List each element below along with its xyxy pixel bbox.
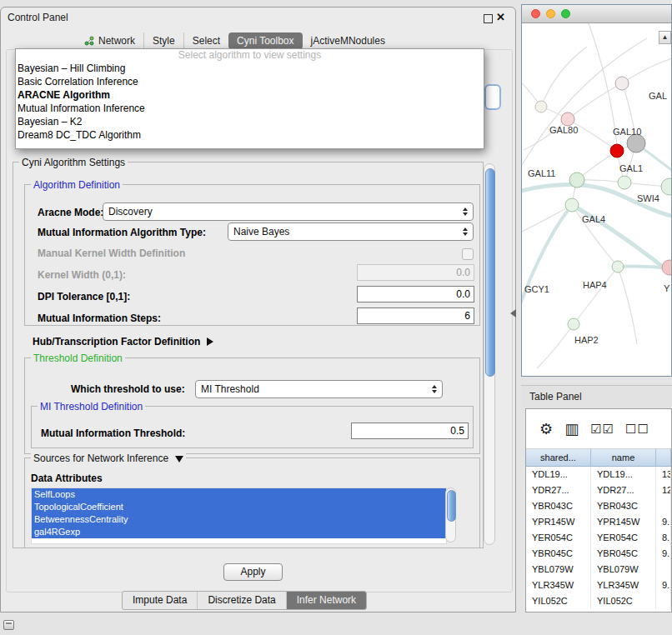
cell[interactable]: YIL052C bbox=[591, 593, 656, 609]
tab-impute-data[interactable]: Impute Data bbox=[123, 592, 197, 609]
dpi-tolerance-input[interactable] bbox=[357, 286, 474, 302]
network-canvas[interactable]: GAL GAL80 GAL10 GAL11 GAL1 SWI4 GAL4 GCY… bbox=[522, 23, 671, 377]
cell[interactable]: YDR27... bbox=[591, 482, 656, 498]
network-node[interactable] bbox=[615, 77, 629, 90]
attribute-item-selected[interactable]: BetweennessCentrality bbox=[32, 513, 446, 526]
attribute-item-selected[interactable]: SelfLoops bbox=[32, 488, 446, 501]
float-window-icon[interactable] bbox=[484, 14, 493, 23]
column-header-shared-name[interactable]: shared... bbox=[526, 449, 591, 466]
cell[interactable]: 12 bbox=[656, 482, 671, 498]
dropdown-item[interactable]: Bayesian – Hill Climbing bbox=[16, 62, 484, 75]
table-panel-window: ⚙ ▥ ☑☑ ☐☐ shared... name YDL19...YDL19..… bbox=[525, 408, 672, 612]
table-row[interactable]: YPR145WYPR145W9. bbox=[526, 514, 671, 530]
deselect-all-icon[interactable]: ☐☐ bbox=[625, 422, 649, 437]
cell[interactable]: 8. bbox=[656, 530, 671, 546]
cell[interactable]: YER054C bbox=[591, 530, 656, 546]
settings-scrollbar-thumb[interactable] bbox=[485, 168, 495, 377]
attributes-list-scrollbar[interactable] bbox=[445, 488, 456, 542]
panel-splitter-handle[interactable] bbox=[510, 309, 516, 318]
attributes-scrollbar-thumb[interactable] bbox=[447, 490, 456, 522]
apply-button[interactable]: Apply bbox=[223, 563, 283, 581]
tab-select[interactable]: Select bbox=[183, 32, 228, 49]
table-row[interactable]: YLR345WYLR345W9. bbox=[526, 578, 671, 593]
cell[interactable]: YER054C bbox=[526, 530, 591, 546]
cell[interactable]: YDL19... bbox=[591, 467, 656, 482]
network-window-titlebar[interactable] bbox=[522, 5, 671, 23]
cell[interactable]: YBR043C bbox=[526, 498, 591, 514]
dropdown-item[interactable]: Mutual Information Inference bbox=[16, 102, 484, 115]
cell[interactable]: YPR145W bbox=[591, 514, 656, 530]
table-row[interactable]: YBR045CYBR045C9. bbox=[526, 546, 671, 562]
table-row[interactable]: YBL079WYBL079W bbox=[526, 562, 671, 578]
table-row[interactable]: YDR27...YDR27...12 bbox=[526, 482, 671, 498]
network-node[interactable] bbox=[569, 172, 584, 188]
cell[interactable]: YBR043C bbox=[591, 498, 656, 514]
network-node[interactable] bbox=[610, 144, 624, 158]
attribute-item-selected[interactable]: TopologicalCoefficient bbox=[32, 501, 446, 513]
column-header-name[interactable]: name bbox=[591, 449, 656, 466]
aracne-mode-combo[interactable]: Discovery bbox=[103, 202, 474, 221]
mi-threshold-input[interactable] bbox=[351, 422, 469, 439]
scroll-up-arrow[interactable]: ▲ bbox=[659, 31, 671, 44]
table-row[interactable]: YER054CYER054C8. bbox=[526, 530, 671, 546]
tab-cyni-toolbox[interactable]: Cyni Toolbox bbox=[228, 32, 302, 49]
minimize-traffic-light-icon[interactable] bbox=[546, 9, 555, 18]
select-all-icon[interactable]: ☑☑ bbox=[590, 422, 614, 437]
table-row[interactable]: YDL19...YDL19...13 bbox=[526, 467, 671, 482]
network-node[interactable] bbox=[612, 261, 624, 272]
dropdown-item[interactable]: Bayesian – K2 bbox=[16, 115, 484, 128]
network-graph[interactable]: GAL GAL80 GAL10 GAL11 GAL1 SWI4 GAL4 GCY… bbox=[522, 23, 671, 377]
cell[interactable]: YIL052C bbox=[526, 593, 591, 609]
mi-type-combo[interactable]: Naive Bayes bbox=[228, 222, 474, 241]
network-node[interactable] bbox=[568, 318, 579, 330]
table-row[interactable]: YBR043CYBR043C bbox=[526, 498, 671, 514]
network-node[interactable] bbox=[565, 198, 579, 212]
cell[interactable]: YBR045C bbox=[591, 546, 656, 562]
cell[interactable]: YBL079W bbox=[591, 562, 656, 578]
tab-discretize-data[interactable]: Discretize Data bbox=[197, 592, 285, 609]
attribute-item-selected[interactable]: gal4RGexp bbox=[32, 526, 446, 538]
close-traffic-light-icon[interactable] bbox=[531, 9, 540, 18]
hub-tf-definition-toggle[interactable]: Hub/Transcription Factor Definition bbox=[33, 336, 213, 348]
cell[interactable]: 13 bbox=[656, 467, 671, 482]
mi-type-value: Naive Bayes bbox=[233, 226, 289, 238]
dropdown-item-selected[interactable]: ARACNE Algorithm bbox=[16, 88, 484, 102]
network-node[interactable] bbox=[627, 134, 645, 152]
cell[interactable]: YDL19... bbox=[526, 467, 591, 482]
cell[interactable]: YLR345W bbox=[591, 578, 656, 593]
column-selector-icon[interactable]: ▥ bbox=[564, 420, 579, 438]
cell[interactable] bbox=[656, 562, 671, 578]
cell[interactable]: 9. bbox=[656, 578, 671, 593]
column-header-partial[interactable] bbox=[656, 449, 671, 466]
which-threshold-combo[interactable]: MI Threshold bbox=[195, 380, 443, 398]
cell[interactable] bbox=[656, 498, 671, 514]
cell[interactable]: YBR045C bbox=[526, 546, 591, 562]
dropdown-item[interactable]: Basic Correlation Inference bbox=[16, 75, 484, 88]
network-node[interactable] bbox=[561, 112, 574, 126]
close-icon[interactable]: ✕ bbox=[496, 11, 505, 23]
cell[interactable]: 9. bbox=[656, 514, 671, 530]
network-nodes[interactable] bbox=[535, 77, 671, 330]
sources-group-toggle[interactable]: Sources for Network Inference bbox=[31, 452, 186, 464]
tab-jactivemodules[interactable]: jActiveMNodules bbox=[303, 32, 394, 49]
zoom-traffic-light-icon[interactable] bbox=[561, 9, 570, 18]
cell[interactable]: YPR145W bbox=[526, 514, 591, 530]
network-node[interactable] bbox=[662, 260, 671, 275]
network-node[interactable] bbox=[618, 176, 631, 189]
cell[interactable]: 9. bbox=[656, 546, 671, 562]
gear-icon[interactable]: ⚙ bbox=[539, 420, 554, 438]
network-node[interactable] bbox=[661, 178, 671, 195]
cell[interactable] bbox=[656, 593, 671, 609]
mi-steps-input[interactable] bbox=[357, 308, 474, 324]
tab-network[interactable]: Network bbox=[76, 32, 143, 49]
tab-infer-network[interactable]: Infer Network bbox=[286, 592, 366, 609]
cell[interactable]: YLR345W bbox=[526, 578, 591, 593]
tab-style[interactable]: Style bbox=[143, 32, 183, 49]
cell[interactable]: YBL079W bbox=[526, 562, 591, 578]
settings-scrollbar[interactable] bbox=[484, 163, 495, 545]
dropdown-item[interactable]: Dream8 DC_TDC Algorithm bbox=[16, 128, 484, 142]
panel-grid-icon[interactable] bbox=[3, 620, 14, 630]
table-row[interactable]: YIL052CYIL052C bbox=[526, 593, 671, 609]
network-node[interactable] bbox=[535, 101, 547, 112]
cell[interactable]: YDR27... bbox=[526, 482, 591, 498]
